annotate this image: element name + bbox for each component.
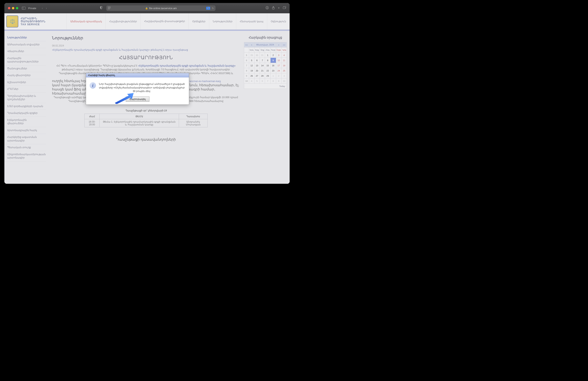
cal-day[interactable]: 2 bbox=[270, 53, 276, 58]
cal-day[interactable]: 1 bbox=[270, 73, 276, 79]
cal-day[interactable]: 29 bbox=[265, 73, 270, 79]
cal-day[interactable]: 25 bbox=[281, 68, 287, 73]
cal-day[interactable]: 18 bbox=[281, 63, 287, 68]
cal-day[interactable]: 14 bbox=[260, 63, 265, 68]
reader-icon[interactable] bbox=[108, 7, 111, 10]
cal-day[interactable]: 9 bbox=[276, 79, 281, 84]
cal-dow: ԵրկԵրքՉրք ՀնգՈւրբ ՇբթԿրկ bbox=[244, 47, 287, 53]
cal-day[interactable]: 13 bbox=[254, 63, 260, 68]
share-icon[interactable] bbox=[272, 6, 275, 10]
logo-text: ՀԱՐԿԱՅԻՆ ԾԱՌԱՅՈՒԹՅՈՒՆ TAX SERVICE bbox=[21, 17, 45, 26]
sidebar-item-news[interactable]: Նորություններ bbox=[4, 34, 46, 41]
cal-day[interactable]: 6 bbox=[260, 79, 265, 84]
cal-week: 1045678910 bbox=[244, 79, 287, 84]
sidebar-item-hdm[interactable]: ՀԴՄ ներ bbox=[4, 86, 46, 93]
modal-title: Հարգելի հարկ վճարող, bbox=[86, 73, 189, 78]
sidebar-item-taxpayers[interactable]: Հարկ վճարողներ bbox=[4, 72, 46, 79]
cal-day[interactable]: 5 bbox=[254, 79, 260, 84]
cal-day[interactable]: 31 bbox=[260, 53, 265, 58]
nav-laws[interactable]: Օրենքներ bbox=[189, 13, 209, 29]
cal-day[interactable]: 3 bbox=[281, 73, 287, 79]
nav-feedback[interactable]: Հետադարձ կապ bbox=[236, 13, 267, 29]
cal-day[interactable]: 28 bbox=[260, 73, 265, 79]
cal-day[interactable]: 4 bbox=[281, 53, 287, 58]
cal-day[interactable]: 15 bbox=[265, 63, 270, 68]
sidebar-item-epayments[interactable]: Էլեկտրոնային վճարումներ bbox=[4, 117, 46, 127]
cal-day[interactable]: 9 bbox=[270, 58, 276, 63]
sidebar-item-state-fee[interactable]: Պետական տուրք bbox=[4, 144, 46, 151]
body-para-1: ՀՀ ՊԵԿ «Ուսումնական կենտրոն» ՊՈԱԿ-ը կազմ… bbox=[52, 64, 240, 71]
nav-personal-office[interactable]: Անձնական գրասենյակ bbox=[66, 13, 105, 29]
svg-rect-3 bbox=[108, 8, 111, 8]
sidebar-item-etm[interactable]: ԵՏՄ գործարքների դարան bbox=[4, 103, 46, 110]
cal-day[interactable]: 8 bbox=[270, 79, 276, 84]
cal-month-label: Փետրվար, 2024 bbox=[254, 42, 276, 47]
cal-day[interactable]: 8 bbox=[265, 58, 270, 63]
sidebar-item-tax-exempt[interactable]: Հարկերից ազատման արտոնագիր bbox=[4, 134, 46, 144]
tabs-icon[interactable] bbox=[283, 6, 286, 10]
cal-day[interactable]: 1 bbox=[265, 53, 270, 58]
sidebar-item-personal[interactable]: Անհատական տվյալներ bbox=[4, 41, 46, 48]
sidebar-item-notifications[interactable]: Ծանուցումներ bbox=[4, 65, 46, 72]
sidebar-item-employees[interactable]: Աշխատողներ bbox=[4, 79, 46, 86]
back-button[interactable]: ‹ bbox=[41, 6, 44, 10]
news-link[interactable]: «Էլեկտրոնային դրամարկղային գրքի գրանցման… bbox=[52, 48, 240, 51]
close-window-button[interactable] bbox=[8, 7, 10, 9]
cal-next-month[interactable]: > bbox=[276, 42, 281, 47]
cal-day[interactable]: 10 bbox=[281, 79, 287, 84]
downloads-icon[interactable] bbox=[266, 6, 269, 10]
audio-icon[interactable]: 🔊 bbox=[206, 7, 210, 10]
cal-day[interactable]: 19 bbox=[249, 68, 254, 73]
sidebar-item-patent-tax[interactable]: Արտոնագրային հարկ bbox=[4, 127, 46, 134]
cal-day[interactable]: 7 bbox=[265, 79, 270, 84]
continue-button[interactable]: Շարունակել bbox=[126, 97, 149, 102]
cal-day[interactable]: 30 bbox=[254, 53, 260, 58]
cal-next-year[interactable]: >> bbox=[281, 42, 287, 47]
calendar-title: Հարկային օրացույց bbox=[244, 36, 287, 39]
new-tab-icon[interactable]: + bbox=[278, 6, 280, 10]
nav-reports[interactable]: Հաշվետվություններ bbox=[105, 13, 140, 29]
announce-heading: ՀԱՅՏԱՐԱՐՈՒԹՅՈՒՆ bbox=[52, 55, 240, 60]
sidebar-item-stamps[interactable]: Դրոշմապիտակներ և դրոշմանիշեր bbox=[4, 93, 46, 103]
nav-documents[interactable]: Հաշվարկային փաստաթղթեր bbox=[140, 13, 189, 29]
cal-day[interactable]: 20 bbox=[254, 68, 260, 73]
cal-today-link[interactable]: Today bbox=[244, 84, 287, 89]
maximize-window-button[interactable] bbox=[16, 7, 18, 9]
cal-prev-year[interactable]: << bbox=[244, 42, 249, 47]
nav-help[interactable]: Օգնություն bbox=[267, 13, 290, 29]
cal-weeknum: 10 bbox=[244, 79, 249, 84]
cal-day[interactable]: 23 bbox=[270, 68, 276, 73]
cal-day[interactable]: 2 bbox=[276, 73, 281, 79]
right-sidebar: Հարկային օրացույց << < Փետրվար, 2024 > >… bbox=[242, 31, 290, 184]
cal-day[interactable]: 16 bbox=[270, 63, 276, 68]
cal-day[interactable]: 6 bbox=[254, 58, 260, 63]
cal-day[interactable]: 7 bbox=[260, 58, 265, 63]
cal-day[interactable]: 3 bbox=[276, 53, 281, 58]
sidebar-item-micro[interactable]: Միկրոձեռնարկատիրության արտոնագիր bbox=[4, 151, 46, 162]
sidebar-toggle-icon[interactable] bbox=[22, 7, 25, 10]
nav-news[interactable]: Նորություններ bbox=[209, 13, 236, 29]
cal-day[interactable]: 27 bbox=[254, 73, 260, 79]
site-logo[interactable]: ⚖️ bbox=[6, 16, 18, 27]
cal-day[interactable]: 10 bbox=[276, 58, 281, 63]
cal-day[interactable]: 21 bbox=[260, 68, 265, 73]
url-bar[interactable]: 🔒 file-online.taxservice.am 🔊 ↻ bbox=[106, 5, 215, 11]
forward-button[interactable]: › bbox=[45, 6, 48, 10]
cal-day[interactable]: 17 bbox=[276, 63, 281, 68]
sidebar-item-tax-obligations[interactable]: Հարկային պարտավորություններ bbox=[4, 55, 46, 65]
cal-day[interactable]: 29 bbox=[249, 53, 254, 58]
sidebar-item-cashbooks[interactable]: Դրամարկղային գրքեր bbox=[4, 110, 46, 117]
cal-day[interactable]: 26 bbox=[249, 73, 254, 79]
cal-prev-month[interactable]: < bbox=[249, 42, 254, 47]
sidebar-item-payments[interactable]: Վճարումներ bbox=[4, 48, 46, 55]
shield-icon[interactable] bbox=[98, 6, 105, 10]
cal-day[interactable]: 11 bbox=[281, 58, 287, 63]
cal-day[interactable]: 12 bbox=[249, 63, 254, 68]
modal-message: Նոր հաշվետվության լրացման ընթացքում անհր… bbox=[98, 82, 185, 93]
cal-day[interactable]: 5 bbox=[249, 58, 254, 63]
reload-icon[interactable]: ↻ bbox=[212, 7, 214, 10]
cal-day[interactable]: 4 bbox=[249, 79, 254, 84]
minimize-window-button[interactable] bbox=[12, 7, 14, 9]
cal-day[interactable]: 22 bbox=[265, 68, 270, 73]
cal-day[interactable]: 24 bbox=[276, 68, 281, 73]
